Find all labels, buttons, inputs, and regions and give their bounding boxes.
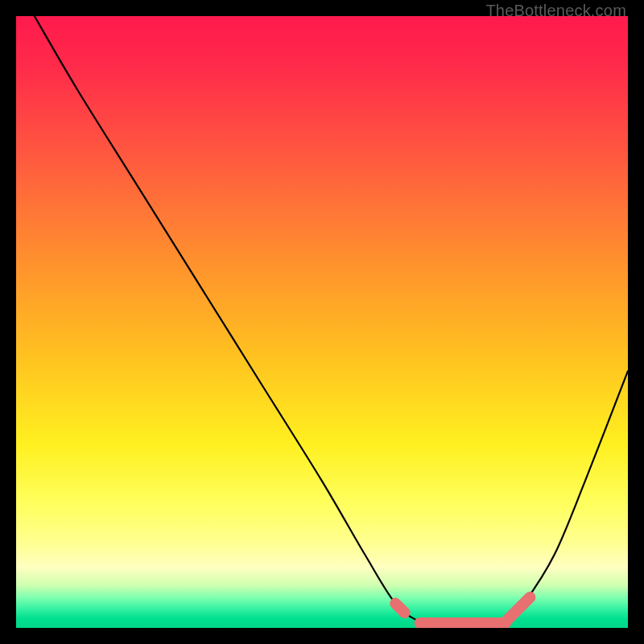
chart-frame: TheBottleneck.com [0, 0, 644, 644]
bottleneck-curve-path [35, 16, 628, 628]
curve-svg [16, 16, 628, 628]
plot-area [16, 16, 628, 628]
highlight-segment-0 [395, 604, 404, 613]
highlight-segment-2 [506, 597, 530, 621]
watermark-text: TheBottleneck.com [485, 2, 626, 20]
